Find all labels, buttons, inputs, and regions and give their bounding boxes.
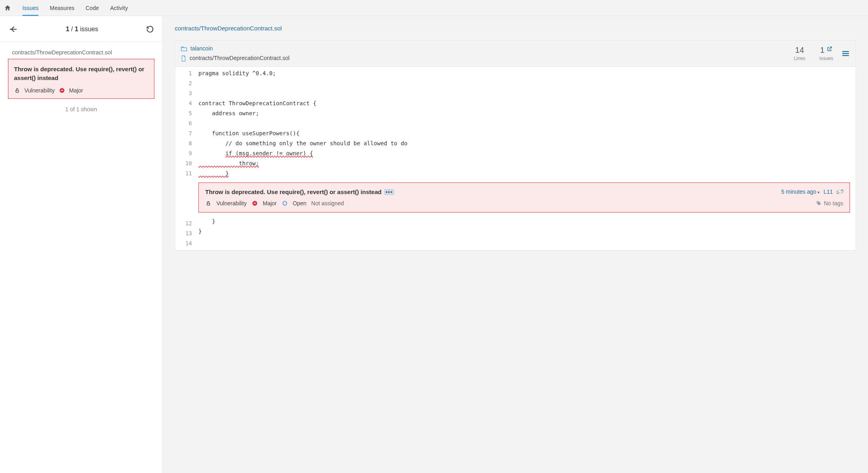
top-nav: Issues Measures Code Activity (0, 0, 868, 16)
lines-value: 14 (794, 46, 806, 54)
svg-point-9 (817, 202, 818, 202)
file-icon (181, 55, 186, 62)
code-line: if (msg.sender != owner) { (196, 148, 856, 158)
counter-suffix: issues (80, 26, 98, 32)
issue-line-ref: L11 (824, 188, 833, 195)
lines-label: Lines (794, 56, 806, 61)
code-line: address owner; (196, 108, 856, 118)
svg-point-7 (252, 201, 257, 206)
svg-rect-6 (207, 203, 210, 205)
code-line: throw; (196, 158, 856, 168)
tab-issues[interactable]: Issues (22, 0, 38, 16)
external-link-icon (827, 46, 832, 52)
line-number: 12 (175, 218, 192, 228)
code-column: pragma solidity ^0.4.0;contract ThrowDep… (196, 67, 856, 250)
inline-issue-status[interactable]: Open (293, 200, 306, 206)
issues-value: 1 (820, 46, 824, 54)
file-box: talancoin contracts/ThrowDeprecationCont… (175, 40, 856, 251)
code-line (196, 236, 856, 247)
line-number: 6 (175, 118, 192, 128)
code-area: 1234567891011121314 pragma solidity ^0.4… (175, 67, 856, 250)
tab-measures[interactable]: Measures (50, 0, 74, 16)
svg-rect-5 (842, 55, 849, 56)
line-number: 5 (175, 108, 192, 118)
issue-card[interactable]: Throw is deprecated. Use require(), reve… (8, 59, 154, 99)
more-icon[interactable]: ••• (384, 189, 394, 195)
issue-age[interactable]: 5 minutes ago (781, 188, 820, 195)
line-number: 1 (175, 68, 192, 78)
line-number: 2 (175, 78, 192, 88)
line-number: 10 (175, 158, 192, 168)
stat-lines: 14 Lines (794, 46, 806, 61)
stat-issues[interactable]: 1 Issues (819, 46, 833, 61)
counter-total: 1 (75, 26, 78, 32)
issue-type: Vulnerability (24, 87, 55, 94)
code-line: } (196, 226, 856, 236)
code-line: contract ThrowDeprecationContract { (196, 98, 856, 108)
code-line (196, 78, 856, 88)
status-open-icon (282, 200, 288, 206)
sidebar-file-path: contracts/ThrowDeprecationContract.sol (0, 42, 162, 59)
refresh-icon[interactable] (146, 25, 154, 34)
code-line: } (196, 216, 856, 226)
file-path: contracts/ThrowDeprecationContract.sol (190, 54, 290, 63)
line-number: 8 (175, 138, 192, 148)
code-line: // do something only the owner should be… (196, 138, 856, 148)
issues-label: Issues (819, 56, 833, 61)
vulnerability-icon (205, 200, 212, 206)
project-icon (181, 46, 187, 52)
code-line (196, 88, 856, 98)
menu-icon[interactable] (841, 49, 850, 58)
line-gutter: 1234567891011121314 (175, 67, 196, 250)
issue-severity: Major (69, 87, 83, 94)
back-icon[interactable] (8, 24, 18, 34)
line-number: 13 (175, 228, 192, 239)
svg-point-8 (283, 201, 286, 205)
home-icon[interactable] (4, 4, 11, 12)
tab-activity[interactable]: Activity (110, 0, 128, 16)
line-number: 11 (175, 168, 192, 178)
tab-code[interactable]: Code (86, 0, 99, 16)
code-line: pragma solidity ^0.4.0; (196, 68, 856, 78)
issue-title: Throw is deprecated. Use require(), reve… (14, 65, 148, 82)
project-link[interactable]: talancoin (190, 44, 213, 54)
svg-rect-3 (842, 51, 849, 52)
inline-issue[interactable]: Throw is deprecated. Use require(), reve… (198, 182, 850, 212)
code-line: function useSuperPowers(){ (196, 128, 856, 138)
link-break-icon[interactable] (837, 188, 843, 195)
severity-major-icon (59, 87, 65, 94)
svg-rect-4 (842, 53, 849, 54)
inline-issue-assignee[interactable]: Not assigned (311, 200, 344, 206)
main-panel: contracts/ThrowDeprecationContract.sol t… (163, 16, 868, 473)
svg-rect-2 (181, 48, 186, 51)
issue-counter: 1 / 1 issues (66, 26, 98, 33)
severity-major-icon (252, 200, 258, 206)
tag-icon (816, 200, 822, 206)
line-number: 7 (175, 128, 192, 138)
code-line: } (196, 168, 856, 178)
svg-point-1 (60, 88, 64, 93)
inline-issue-severity[interactable]: Major (263, 200, 277, 206)
line-number: 4 (175, 98, 192, 108)
inline-issue-title: Throw is deprecated. Use require(), reve… (205, 188, 382, 195)
code-line (196, 118, 856, 128)
line-number: 14 (175, 239, 192, 249)
file-header: talancoin contracts/ThrowDeprecationCont… (175, 41, 856, 67)
line-number: 3 (175, 88, 192, 98)
issues-sidebar: 1 / 1 issues contracts/ThrowDeprecationC… (0, 16, 163, 473)
counter-current: 1 (66, 26, 70, 32)
svg-rect-0 (16, 90, 19, 92)
inline-issue-tags[interactable]: No tags (824, 200, 843, 206)
vulnerability-icon (14, 87, 20, 94)
line-number: 9 (175, 148, 192, 158)
breadcrumb[interactable]: contracts/ThrowDeprecationContract.sol (163, 16, 868, 40)
sidebar-shown-count: 1 of 1 shown (0, 106, 162, 112)
inline-issue-type[interactable]: Vulnerability (216, 200, 247, 206)
